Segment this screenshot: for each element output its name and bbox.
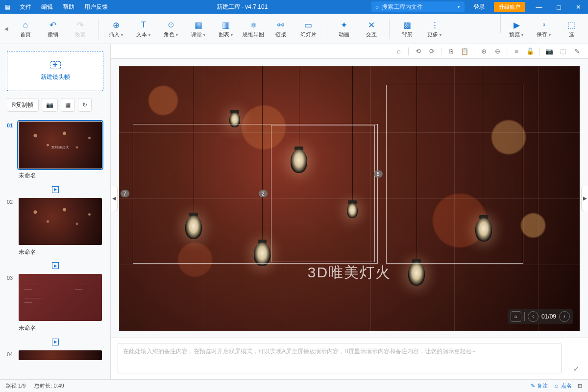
zoom-in-button[interactable]: ⊕ <box>477 46 490 57</box>
pager-text: 01/09 <box>541 313 556 320</box>
menu-file[interactable]: 文件 <box>15 3 36 11</box>
slide-thumb[interactable] <box>19 198 102 245</box>
refresh-button[interactable]: ↻ <box>78 98 92 112</box>
undo-icon: ↶ <box>49 19 56 31</box>
insert-icon: ⊕ <box>113 19 120 31</box>
status-duration: 总时长: 0:49 <box>34 382 64 390</box>
slide-item[interactable]: 02 未命名 ▶ <box>0 195 110 271</box>
class-button[interactable]: ▦课堂▼ <box>185 14 212 44</box>
pager-home[interactable]: ⌂ <box>511 311 521 322</box>
statusbar: 路径 1/9 总时长: 0:49 ✎备注 ☺点名 ⊞ <box>0 379 588 392</box>
notes-panel: ⤢ <box>111 338 588 379</box>
lock-button[interactable]: 🔓 <box>524 46 537 57</box>
link-icon: ⚯ <box>277 19 284 31</box>
chart-button[interactable]: ▥图表▼ <box>212 14 240 44</box>
back-button[interactable]: ⟲ <box>412 46 424 57</box>
undo-button[interactable]: ↶撤销 <box>39 14 67 44</box>
collapse-left[interactable]: ◀ <box>111 186 118 211</box>
mindmap-button[interactable]: ⚛思维导图 <box>240 14 267 44</box>
ribbon-prev[interactable]: ◀ <box>3 26 10 31</box>
frame-marker[interactable]: 5 <box>386 85 523 264</box>
slide-thumb[interactable]: 3D唯美灯火 <box>19 122 102 169</box>
bg-icon: ▩ <box>403 19 411 31</box>
insert-button[interactable]: ⊕插入▼ <box>102 14 130 44</box>
copy-button[interactable]: ⎘ <box>444 46 457 57</box>
pager-next[interactable]: › <box>559 311 570 322</box>
slide-icon: ▭ <box>304 19 312 31</box>
slide-thumb[interactable] <box>19 350 102 360</box>
bg-button[interactable]: ▩背景 <box>393 14 421 44</box>
menu-feedback[interactable]: 用户反馈 <box>79 3 113 11</box>
status-path: 路径 1/9 <box>6 382 25 390</box>
home-icon: ⌂ <box>23 19 28 31</box>
search-input[interactable] <box>382 3 457 10</box>
slide-item[interactable]: 03 ———————————————————— —————————— 未命名 ▶ <box>0 271 110 347</box>
collapse-right[interactable]: ▶ <box>581 186 588 211</box>
expand-icon[interactable]: ⤢ <box>573 365 579 372</box>
link-button[interactable]: ⚯链接 <box>267 14 294 44</box>
preview-button[interactable]: ▶预览▼ <box>503 14 530 44</box>
frame-marker[interactable]: 2 <box>271 125 375 262</box>
save-button[interactable]: ▫保存▼ <box>530 14 558 44</box>
app-logo: ▦ <box>0 3 15 10</box>
play-icon: ▶ <box>514 19 520 31</box>
slide-thumb[interactable]: ———————————————————— —————————— <box>19 274 102 321</box>
plus-icon: + <box>50 61 61 69</box>
export-button[interactable]: ⬚ <box>557 46 569 57</box>
titlebar: ▦ 文件 编辑 帮助 用户反馈 新建工程 - v4.7.101 ⌕ ▼ 登录 升… <box>0 0 588 14</box>
search-box[interactable]: ⌕ ▼ <box>371 1 465 12</box>
text-icon: T <box>141 19 146 31</box>
close-button[interactable]: ✕ <box>568 3 588 11</box>
canvas-title[interactable]: 3D唯美灯火 <box>308 262 391 282</box>
minimize-button[interactable]: — <box>529 3 549 11</box>
home-view-button[interactable]: ⌂ <box>392 46 405 57</box>
transition-icon[interactable]: ▶ <box>52 186 59 193</box>
edit-button[interactable]: ✎ <box>570 46 583 57</box>
slide-list[interactable]: 013D唯美灯火 未命名 ▶ 02 未命名 ▶ 03 —————————————… <box>0 117 110 379</box>
menu-help[interactable]: 帮助 <box>58 3 79 11</box>
text-button[interactable]: T文本▼ <box>130 14 157 44</box>
transition-icon[interactable]: ▶ <box>52 339 59 345</box>
pager-prev[interactable]: ‹ <box>528 311 539 322</box>
menu-edit[interactable]: 编辑 <box>36 3 58 11</box>
forward-button[interactable]: ⟳ <box>425 46 438 57</box>
redo-button[interactable]: ↷恢复 <box>67 14 94 44</box>
slide-item[interactable]: 04 <box>0 347 110 361</box>
anim-icon: ✦ <box>341 19 347 31</box>
notes-input[interactable] <box>118 343 562 373</box>
role-button[interactable]: ☺角色▼ <box>157 14 185 44</box>
select-button[interactable]: ⬚选 <box>558 14 585 44</box>
anim-button[interactable]: ✦动画 <box>330 14 358 44</box>
status-notes-button[interactable]: ✎备注 <box>531 382 548 390</box>
login-button[interactable]: 登录 <box>468 3 490 11</box>
status-layout-button[interactable]: ⊞ <box>578 383 582 389</box>
dropdown-icon[interactable]: ▼ <box>457 5 461 9</box>
interact-button[interactable]: ✕交互 <box>358 14 385 44</box>
align-button[interactable]: ≡ <box>510 46 523 57</box>
maximize-button[interactable]: ◻ <box>549 3 568 11</box>
home-button[interactable]: ⌂首页 <box>12 14 39 44</box>
transition-icon[interactable]: ▶ <box>52 262 59 269</box>
snapshot-button[interactable]: 📷 <box>543 46 556 57</box>
slide-item[interactable]: 013D唯美灯火 未命名 ▶ <box>0 119 110 195</box>
camera-button[interactable]: 📷 <box>42 98 58 112</box>
note-icon: ✎ <box>531 383 535 389</box>
save-icon: ▫ <box>542 19 545 31</box>
pager: ⌂ ‹ 01/09 › <box>508 309 573 324</box>
canvas-toolbar: ⌂ ⟲ ⟳ ⎘ 📋 ⊕ ⊖ ≡ 🔓 📷 ⬚ ✎ <box>111 44 588 59</box>
ribbon: ◀ ⌂首页 ↶撤销 ↷恢复 ⊕插入▼ T文本▼ ☺角色▼ ▦课堂▼ ▥图表▼ ⚛… <box>0 14 588 44</box>
slide-button[interactable]: ▭幻灯片 <box>294 14 322 44</box>
more-button[interactable]: ⋮更多▼ <box>421 14 448 44</box>
interact-icon: ✕ <box>368 19 375 31</box>
upgrade-button[interactable]: 升级账户 <box>494 2 525 12</box>
paste-button[interactable]: 📋 <box>458 46 471 57</box>
copy-frame-button[interactable]: ⎘ 复制帧 <box>7 98 39 112</box>
copy-icon: ⎘ <box>12 101 16 108</box>
qr-button[interactable]: ▦ <box>61 98 75 112</box>
zoom-out-button[interactable]: ⊖ <box>491 46 504 57</box>
status-points-button[interactable]: ☺点名 <box>554 382 572 390</box>
qr-icon: ▦ <box>65 101 71 108</box>
class-icon: ▦ <box>195 19 202 31</box>
canvas[interactable]: 7 2 5 3D唯美灯火 ⌂ ‹ 01/09 › <box>119 66 580 331</box>
new-frame-button[interactable]: + 新建镜头帧 <box>7 51 103 91</box>
